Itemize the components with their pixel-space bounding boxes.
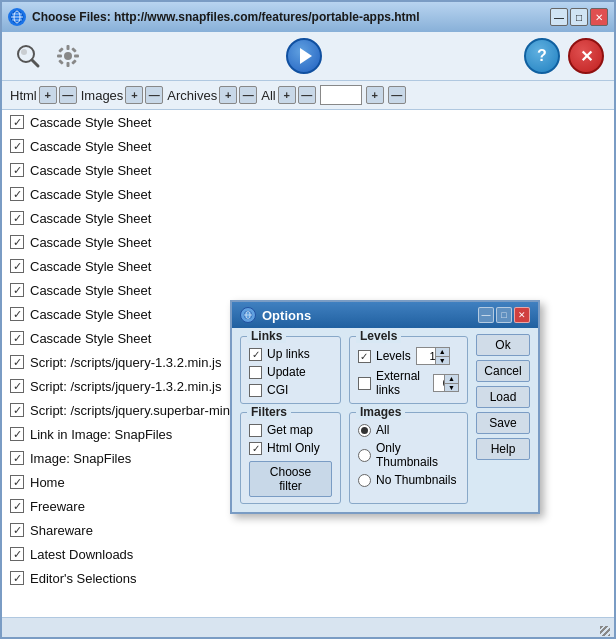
images-minus-btn[interactable]: — <box>145 86 163 104</box>
list-item[interactable]: Cascade Style Sheet <box>2 158 614 182</box>
item-checkbox-18[interactable] <box>10 547 24 561</box>
external-down-btn[interactable]: ▼ <box>444 384 458 392</box>
item-checkbox-6[interactable] <box>10 259 24 273</box>
html-only-checkbox[interactable] <box>249 442 262 455</box>
dialog-close-btn[interactable]: ✕ <box>514 307 530 323</box>
item-label-6: Cascade Style Sheet <box>30 259 151 274</box>
filter-input-minus-btn[interactable]: — <box>388 86 406 104</box>
only-thumbnails-label: Only Thumbnails <box>376 441 459 469</box>
item-checkbox-16[interactable] <box>10 499 24 513</box>
item-label-19: Editor's Selections <box>30 571 137 586</box>
svg-rect-12 <box>74 55 79 58</box>
close-button[interactable]: ✕ <box>568 38 604 74</box>
item-label-4: Cascade Style Sheet <box>30 211 151 226</box>
archives-minus-btn[interactable]: — <box>239 86 257 104</box>
list-item[interactable]: Cascade Style Sheet <box>2 254 614 278</box>
all-label: All <box>261 88 275 103</box>
item-checkbox-17[interactable] <box>10 523 24 537</box>
html-minus-btn[interactable]: — <box>59 86 77 104</box>
svg-point-8 <box>64 52 72 60</box>
maximize-button[interactable]: □ <box>570 8 588 26</box>
app-icon <box>8 8 26 26</box>
archives-plus-btn[interactable]: + <box>219 86 237 104</box>
levels-spinner[interactable]: 1 ▲ ▼ <box>416 347 450 365</box>
help-button[interactable]: ? <box>524 38 560 74</box>
navigate-button[interactable] <box>286 38 322 74</box>
all-plus-btn[interactable]: + <box>278 86 296 104</box>
item-checkbox-4[interactable] <box>10 211 24 225</box>
item-checkbox-13[interactable] <box>10 427 24 441</box>
images-legend: Images <box>356 405 405 419</box>
list-item[interactable]: Latest Downloads <box>2 542 614 566</box>
item-checkbox-0[interactable] <box>10 115 24 129</box>
minimize-button[interactable]: — <box>550 8 568 26</box>
levels-checkbox[interactable] <box>358 350 371 363</box>
item-checkbox-14[interactable] <box>10 451 24 465</box>
list-item[interactable]: Cascade Style Sheet <box>2 110 614 134</box>
images-plus-btn[interactable]: + <box>125 86 143 104</box>
list-item[interactable]: Cascade Style Sheet <box>2 182 614 206</box>
item-checkbox-9[interactable] <box>10 331 24 345</box>
item-label-8: Cascade Style Sheet <box>30 307 151 322</box>
item-checkbox-15[interactable] <box>10 475 24 489</box>
no-thumbnails-radio[interactable] <box>358 474 371 487</box>
list-item[interactable]: Cascade Style Sheet <box>2 278 614 302</box>
item-label-10: Script: /scripts/jquery-1.3.2.min.js <box>30 355 221 370</box>
external-spinner[interactable]: 0 ▲ ▼ <box>433 374 459 392</box>
external-checkbox[interactable] <box>358 377 371 390</box>
item-checkbox-10[interactable] <box>10 355 24 369</box>
update-row: Update <box>249 365 332 379</box>
save-button[interactable]: Save <box>476 412 530 434</box>
only-thumbnails-radio[interactable] <box>358 449 371 462</box>
item-checkbox-8[interactable] <box>10 307 24 321</box>
svg-rect-14 <box>71 47 77 53</box>
no-thumbnails-label: No Thumbnails <box>376 473 456 487</box>
close-window-button[interactable]: ✕ <box>590 8 608 26</box>
all-radio[interactable] <box>358 424 371 437</box>
settings-button[interactable] <box>52 40 84 72</box>
external-label: External links <box>376 369 428 397</box>
item-checkbox-1[interactable] <box>10 139 24 153</box>
load-button[interactable]: Load <box>476 386 530 408</box>
cancel-button[interactable]: Cancel <box>476 360 530 382</box>
dialog-maximize-btn[interactable]: □ <box>496 307 512 323</box>
item-checkbox-11[interactable] <box>10 379 24 393</box>
external-up-btn[interactable]: ▲ <box>444 375 458 384</box>
item-checkbox-5[interactable] <box>10 235 24 249</box>
item-checkbox-7[interactable] <box>10 283 24 297</box>
archives-label: Archives <box>167 88 217 103</box>
dialog-controls: — □ ✕ <box>478 307 530 323</box>
list-item[interactable]: Shareware <box>2 518 614 542</box>
window-title: Choose Files: http://www.snapfiles.com/f… <box>32 10 544 24</box>
filter-text-input[interactable] <box>320 85 362 105</box>
choose-filter-button[interactable]: Choose filter <box>249 461 332 497</box>
list-item[interactable]: Cascade Style Sheet <box>2 134 614 158</box>
ok-button[interactable]: Ok <box>476 334 530 356</box>
filter-input-plus-btn[interactable]: + <box>366 86 384 104</box>
list-item[interactable]: Editor's Selections <box>2 566 614 590</box>
levels-up-btn[interactable]: ▲ <box>435 348 449 357</box>
item-checkbox-12[interactable] <box>10 403 24 417</box>
up-links-checkbox[interactable] <box>249 348 262 361</box>
search-button[interactable] <box>12 40 44 72</box>
only-thumbnails-row: Only Thumbnails <box>358 441 459 469</box>
html-plus-btn[interactable]: + <box>39 86 57 104</box>
html-label: Html <box>10 88 37 103</box>
resize-grip[interactable] <box>594 620 610 636</box>
help-dialog-button[interactable]: Help <box>476 438 530 460</box>
external-row: External links 0 ▲ ▼ <box>358 369 459 397</box>
dialog-minimize-btn[interactable]: — <box>478 307 494 323</box>
svg-rect-15 <box>58 59 64 65</box>
cgi-checkbox[interactable] <box>249 384 262 397</box>
item-checkbox-2[interactable] <box>10 163 24 177</box>
update-checkbox[interactable] <box>249 366 262 379</box>
list-item[interactable]: Cascade Style Sheet <box>2 230 614 254</box>
list-item[interactable]: Cascade Style Sheet <box>2 206 614 230</box>
get-map-checkbox[interactable] <box>249 424 262 437</box>
item-checkbox-19[interactable] <box>10 571 24 585</box>
item-checkbox-3[interactable] <box>10 187 24 201</box>
svg-rect-11 <box>57 55 62 58</box>
all-minus-btn[interactable]: — <box>298 86 316 104</box>
levels-down-btn[interactable]: ▼ <box>435 357 449 365</box>
levels-group: Levels Levels 1 ▲ ▼ <box>349 336 468 404</box>
